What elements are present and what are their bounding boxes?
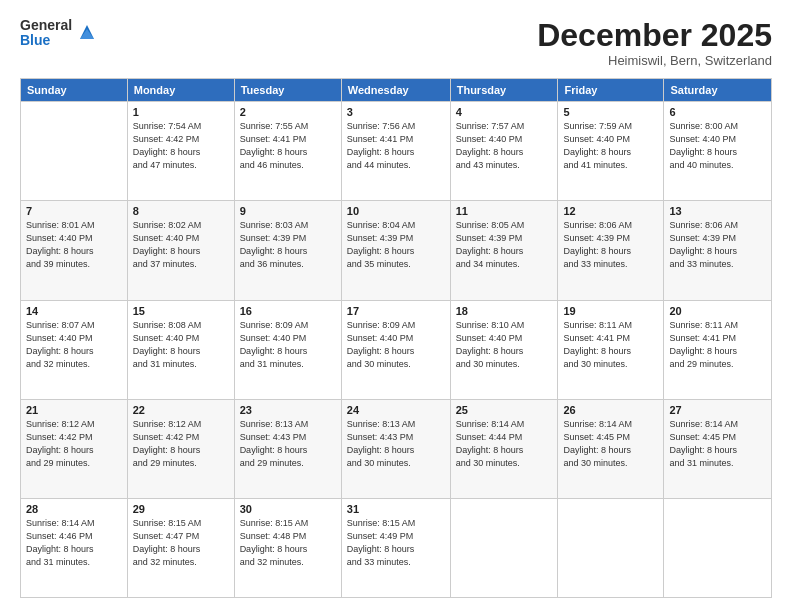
calendar-cell: 11Sunrise: 8:05 AMSunset: 4:39 PMDayligh… <box>450 201 558 300</box>
week-row-2: 7Sunrise: 8:01 AMSunset: 4:40 PMDaylight… <box>21 201 772 300</box>
calendar-table: Sunday Monday Tuesday Wednesday Thursday… <box>20 78 772 598</box>
day-number: 23 <box>240 404 336 416</box>
calendar-cell: 31Sunrise: 8:15 AMSunset: 4:49 PMDayligh… <box>341 498 450 597</box>
calendar-cell: 9Sunrise: 8:03 AMSunset: 4:39 PMDaylight… <box>234 201 341 300</box>
day-number: 20 <box>669 305 766 317</box>
header-wednesday: Wednesday <box>341 79 450 102</box>
day-number: 28 <box>26 503 122 515</box>
day-info: Sunrise: 8:13 AMSunset: 4:43 PMDaylight:… <box>347 418 445 470</box>
calendar-cell: 8Sunrise: 8:02 AMSunset: 4:40 PMDaylight… <box>127 201 234 300</box>
week-row-5: 28Sunrise: 8:14 AMSunset: 4:46 PMDayligh… <box>21 498 772 597</box>
calendar-cell: 15Sunrise: 8:08 AMSunset: 4:40 PMDayligh… <box>127 300 234 399</box>
header-friday: Friday <box>558 79 664 102</box>
logo-general: General <box>20 18 72 33</box>
calendar-cell: 19Sunrise: 8:11 AMSunset: 4:41 PMDayligh… <box>558 300 664 399</box>
day-info: Sunrise: 8:15 AMSunset: 4:49 PMDaylight:… <box>347 517 445 569</box>
day-number: 19 <box>563 305 658 317</box>
calendar-cell <box>664 498 772 597</box>
week-row-3: 14Sunrise: 8:07 AMSunset: 4:40 PMDayligh… <box>21 300 772 399</box>
day-number: 17 <box>347 305 445 317</box>
day-number: 7 <box>26 205 122 217</box>
calendar-cell: 17Sunrise: 8:09 AMSunset: 4:40 PMDayligh… <box>341 300 450 399</box>
calendar-cell: 5Sunrise: 7:59 AMSunset: 4:40 PMDaylight… <box>558 102 664 201</box>
day-number: 18 <box>456 305 553 317</box>
day-info: Sunrise: 8:06 AMSunset: 4:39 PMDaylight:… <box>669 219 766 271</box>
calendar-cell: 10Sunrise: 8:04 AMSunset: 4:39 PMDayligh… <box>341 201 450 300</box>
day-info: Sunrise: 8:15 AMSunset: 4:47 PMDaylight:… <box>133 517 229 569</box>
day-number: 22 <box>133 404 229 416</box>
calendar-cell: 28Sunrise: 8:14 AMSunset: 4:46 PMDayligh… <box>21 498 128 597</box>
logo-blue: Blue <box>20 33 72 48</box>
day-number: 30 <box>240 503 336 515</box>
day-info: Sunrise: 7:59 AMSunset: 4:40 PMDaylight:… <box>563 120 658 172</box>
calendar-cell <box>558 498 664 597</box>
header-monday: Monday <box>127 79 234 102</box>
day-info: Sunrise: 8:15 AMSunset: 4:48 PMDaylight:… <box>240 517 336 569</box>
day-number: 11 <box>456 205 553 217</box>
day-info: Sunrise: 8:10 AMSunset: 4:40 PMDaylight:… <box>456 319 553 371</box>
day-info: Sunrise: 8:07 AMSunset: 4:40 PMDaylight:… <box>26 319 122 371</box>
day-number: 13 <box>669 205 766 217</box>
day-number: 3 <box>347 106 445 118</box>
location: Heimiswil, Bern, Switzerland <box>537 53 772 68</box>
calendar-cell: 7Sunrise: 8:01 AMSunset: 4:40 PMDaylight… <box>21 201 128 300</box>
header-thursday: Thursday <box>450 79 558 102</box>
day-info: Sunrise: 8:03 AMSunset: 4:39 PMDaylight:… <box>240 219 336 271</box>
calendar-cell: 21Sunrise: 8:12 AMSunset: 4:42 PMDayligh… <box>21 399 128 498</box>
calendar-cell: 22Sunrise: 8:12 AMSunset: 4:42 PMDayligh… <box>127 399 234 498</box>
calendar-cell: 29Sunrise: 8:15 AMSunset: 4:47 PMDayligh… <box>127 498 234 597</box>
calendar-cell: 23Sunrise: 8:13 AMSunset: 4:43 PMDayligh… <box>234 399 341 498</box>
logo: General Blue <box>20 18 98 49</box>
calendar-cell: 16Sunrise: 8:09 AMSunset: 4:40 PMDayligh… <box>234 300 341 399</box>
calendar-cell: 6Sunrise: 8:00 AMSunset: 4:40 PMDaylight… <box>664 102 772 201</box>
logo-text: General Blue <box>20 18 72 49</box>
day-number: 14 <box>26 305 122 317</box>
calendar-cell: 25Sunrise: 8:14 AMSunset: 4:44 PMDayligh… <box>450 399 558 498</box>
calendar-cell: 27Sunrise: 8:14 AMSunset: 4:45 PMDayligh… <box>664 399 772 498</box>
calendar-cell: 12Sunrise: 8:06 AMSunset: 4:39 PMDayligh… <box>558 201 664 300</box>
week-row-1: 1Sunrise: 7:54 AMSunset: 4:42 PMDaylight… <box>21 102 772 201</box>
weekday-header-row: Sunday Monday Tuesday Wednesday Thursday… <box>21 79 772 102</box>
calendar-cell: 18Sunrise: 8:10 AMSunset: 4:40 PMDayligh… <box>450 300 558 399</box>
day-info: Sunrise: 8:09 AMSunset: 4:40 PMDaylight:… <box>347 319 445 371</box>
day-number: 8 <box>133 205 229 217</box>
day-info: Sunrise: 8:08 AMSunset: 4:40 PMDaylight:… <box>133 319 229 371</box>
day-info: Sunrise: 7:55 AMSunset: 4:41 PMDaylight:… <box>240 120 336 172</box>
calendar-cell: 2Sunrise: 7:55 AMSunset: 4:41 PMDaylight… <box>234 102 341 201</box>
day-number: 16 <box>240 305 336 317</box>
calendar-cell: 1Sunrise: 7:54 AMSunset: 4:42 PMDaylight… <box>127 102 234 201</box>
day-number: 15 <box>133 305 229 317</box>
calendar-cell: 30Sunrise: 8:15 AMSunset: 4:48 PMDayligh… <box>234 498 341 597</box>
header-saturday: Saturday <box>664 79 772 102</box>
calendar-cell: 3Sunrise: 7:56 AMSunset: 4:41 PMDaylight… <box>341 102 450 201</box>
day-info: Sunrise: 8:12 AMSunset: 4:42 PMDaylight:… <box>26 418 122 470</box>
calendar-cell <box>21 102 128 201</box>
day-info: Sunrise: 8:11 AMSunset: 4:41 PMDaylight:… <box>563 319 658 371</box>
month-title: December 2025 <box>537 18 772 53</box>
day-info: Sunrise: 8:09 AMSunset: 4:40 PMDaylight:… <box>240 319 336 371</box>
day-info: Sunrise: 7:57 AMSunset: 4:40 PMDaylight:… <box>456 120 553 172</box>
calendar-header: Sunday Monday Tuesday Wednesday Thursday… <box>21 79 772 102</box>
day-number: 5 <box>563 106 658 118</box>
day-info: Sunrise: 8:12 AMSunset: 4:42 PMDaylight:… <box>133 418 229 470</box>
day-number: 27 <box>669 404 766 416</box>
calendar-cell: 13Sunrise: 8:06 AMSunset: 4:39 PMDayligh… <box>664 201 772 300</box>
day-info: Sunrise: 8:01 AMSunset: 4:40 PMDaylight:… <box>26 219 122 271</box>
day-info: Sunrise: 8:14 AMSunset: 4:44 PMDaylight:… <box>456 418 553 470</box>
day-number: 2 <box>240 106 336 118</box>
calendar-body: 1Sunrise: 7:54 AMSunset: 4:42 PMDaylight… <box>21 102 772 598</box>
day-number: 1 <box>133 106 229 118</box>
day-info: Sunrise: 8:11 AMSunset: 4:41 PMDaylight:… <box>669 319 766 371</box>
logo-icon <box>76 21 98 43</box>
day-info: Sunrise: 7:54 AMSunset: 4:42 PMDaylight:… <box>133 120 229 172</box>
calendar-cell: 26Sunrise: 8:14 AMSunset: 4:45 PMDayligh… <box>558 399 664 498</box>
day-info: Sunrise: 7:56 AMSunset: 4:41 PMDaylight:… <box>347 120 445 172</box>
day-info: Sunrise: 8:13 AMSunset: 4:43 PMDaylight:… <box>240 418 336 470</box>
page: General Blue December 2025 Heimiswil, Be… <box>0 0 792 612</box>
calendar-cell <box>450 498 558 597</box>
title-block: December 2025 Heimiswil, Bern, Switzerla… <box>537 18 772 68</box>
day-info: Sunrise: 8:05 AMSunset: 4:39 PMDaylight:… <box>456 219 553 271</box>
day-info: Sunrise: 8:14 AMSunset: 4:45 PMDaylight:… <box>669 418 766 470</box>
day-info: Sunrise: 8:02 AMSunset: 4:40 PMDaylight:… <box>133 219 229 271</box>
day-number: 26 <box>563 404 658 416</box>
